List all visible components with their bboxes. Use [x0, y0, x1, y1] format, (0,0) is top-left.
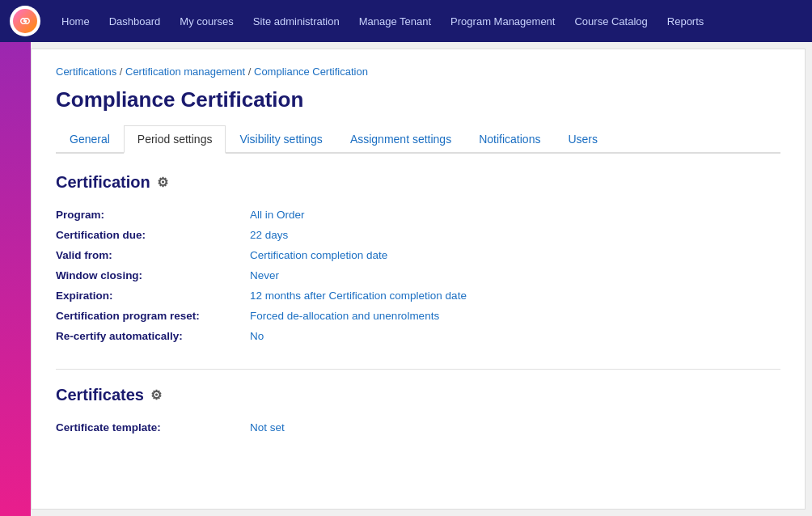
nav-links: HomeDashboardMy coursesSite administrati… — [53, 11, 712, 32]
label-program-reset: Certification program reset: — [56, 310, 250, 322]
breadcrumb-compliance-cert[interactable]: Compliance Certification — [254, 66, 368, 78]
certification-section-heading: Certification ⚙ — [56, 173, 780, 192]
tab-visibility-settings[interactable]: Visibility settings — [226, 125, 336, 152]
nav-link-course-catalog[interactable]: Course Catalog — [566, 11, 655, 32]
breadcrumb-certifications[interactable]: Certifications — [56, 66, 116, 78]
certification-heading-text: Certification — [56, 173, 150, 192]
logo-inner — [13, 9, 37, 33]
value-cert-template: Not set — [250, 421, 285, 434]
value-expiration: 12 months after Certification completion… — [250, 290, 467, 302]
top-nav: HomeDashboardMy coursesSite administrati… — [0, 0, 812, 42]
value-cert-due: 22 days — [250, 229, 288, 241]
info-row-cert-template: Certificate template: Not set — [56, 417, 780, 438]
info-row-cert-due: Certification due: 22 days — [56, 225, 780, 245]
main-wrapper: Certifications / Certification managemen… — [0, 42, 812, 516]
nav-link-program-mgmt[interactable]: Program Management — [442, 11, 563, 32]
label-window-closing: Window closing: — [56, 269, 250, 281]
info-row-program: Program: All in Order — [56, 205, 780, 225]
value-program: All in Order — [250, 209, 305, 221]
value-program-reset: Forced de-allocation and unenrolments — [250, 310, 439, 322]
breadcrumb: Certifications / Certification managemen… — [56, 66, 780, 78]
value-window-closing: Never — [250, 269, 279, 281]
section-divider — [56, 369, 780, 370]
logo[interactable] — [10, 6, 40, 36]
certificates-section-heading: Certificates ⚙ — [56, 386, 780, 404]
tab-notifications[interactable]: Notifications — [465, 125, 554, 152]
page-title: Compliance Certification — [56, 87, 780, 112]
label-valid-from: Valid from: — [56, 249, 250, 261]
left-bar — [0, 42, 31, 516]
info-row-window-closing: Window closing: Never — [56, 265, 780, 285]
nav-link-site-admin[interactable]: Site administration — [245, 11, 348, 32]
info-row-valid-from: Valid from: Certification completion dat… — [56, 245, 780, 265]
info-row-program-reset: Certification program reset: Forced de-a… — [56, 306, 780, 326]
certification-gear-icon[interactable]: ⚙ — [157, 175, 168, 190]
certificates-gear-icon[interactable]: ⚙ — [150, 387, 162, 403]
certificates-info-table: Certificate template: Not set — [56, 417, 780, 438]
certificates-heading-text: Certificates — [56, 386, 144, 404]
label-program: Program: — [56, 209, 250, 221]
tab-general[interactable]: General — [56, 125, 124, 152]
nav-link-manage-tenant[interactable]: Manage Tenant — [351, 11, 439, 32]
value-recertify: No — [250, 330, 264, 342]
tabs: General Period settings Visibility setti… — [56, 125, 780, 154]
tab-assignment-settings[interactable]: Assignment settings — [336, 125, 465, 152]
value-valid-from: Certification completion date — [250, 249, 387, 261]
certification-info-table: Program: All in Order Certification due:… — [56, 205, 780, 346]
label-expiration: Expiration: — [56, 290, 250, 302]
nav-link-dashboard[interactable]: Dashboard — [101, 11, 169, 32]
tab-users[interactable]: Users — [554, 125, 611, 152]
nav-link-my-courses[interactable]: My courses — [171, 11, 241, 32]
content-area: Certifications / Certification managemen… — [31, 49, 806, 510]
tab-period-settings[interactable]: Period settings — [124, 125, 226, 154]
label-cert-due: Certification due: — [56, 229, 250, 241]
label-cert-template: Certificate template: — [56, 421, 250, 434]
label-recertify: Re-certify automatically: — [56, 330, 250, 342]
info-row-expiration: Expiration: 12 months after Certificatio… — [56, 285, 780, 306]
nav-link-home[interactable]: Home — [53, 11, 98, 32]
breadcrumb-cert-management[interactable]: Certification management — [125, 66, 245, 78]
info-row-recertify: Re-certify automatically: No — [56, 326, 780, 346]
nav-link-reports[interactable]: Reports — [659, 11, 713, 32]
